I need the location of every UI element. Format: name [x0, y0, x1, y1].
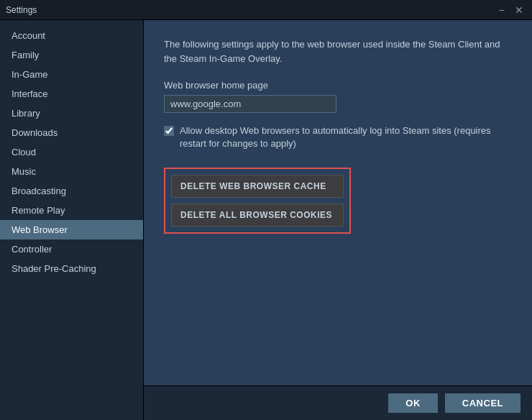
window-title: Settings [6, 5, 37, 15]
sidebar: Account Family In-Game Interface Library… [0, 20, 144, 420]
auto-login-checkbox[interactable] [164, 126, 174, 136]
sidebar-item-controller[interactable]: Controller [0, 239, 143, 259]
delete-cookies-button[interactable]: DELETE ALL BROWSER COOKIES [171, 204, 344, 227]
sidebar-item-broadcasting[interactable]: Broadcasting [0, 181, 143, 201]
close-button[interactable]: ✕ [512, 4, 526, 17]
content-area: The following settings apply to the web … [144, 20, 532, 420]
ok-button[interactable]: OK [388, 393, 438, 413]
cancel-button[interactable]: CANCEL [445, 393, 520, 413]
sidebar-item-in-game[interactable]: In-Game [0, 65, 143, 84]
title-bar-controls: − ✕ [496, 4, 526, 17]
sidebar-item-remote-play[interactable]: Remote Play [0, 201, 143, 220]
sidebar-item-interface[interactable]: Interface [0, 84, 143, 104]
sidebar-item-shader-pre-caching[interactable]: Shader Pre-Caching [0, 259, 143, 278]
sidebar-item-music[interactable]: Music [0, 162, 143, 181]
checkbox-label: Allow desktop Web browsers to automatica… [180, 124, 512, 150]
sidebar-item-account[interactable]: Account [0, 26, 143, 45]
sidebar-item-family[interactable]: Family [0, 45, 143, 65]
main-container: Account Family In-Game Interface Library… [0, 20, 532, 420]
sidebar-item-downloads[interactable]: Downloads [0, 123, 143, 142]
minimize-button[interactable]: − [496, 4, 508, 17]
bottom-bar: OK CANCEL [144, 385, 532, 420]
checkbox-row: Allow desktop Web browsers to automatica… [164, 124, 512, 150]
title-bar: Settings − ✕ [0, 0, 532, 20]
description-text: The following settings apply to the web … [164, 37, 512, 65]
home-page-input[interactable] [164, 95, 336, 113]
sidebar-item-library[interactable]: Library [0, 104, 143, 123]
delete-cache-button[interactable]: DELETE WEB BROWSER CACHE [171, 175, 344, 198]
home-page-label: Web browser home page [164, 80, 512, 91]
sidebar-item-cloud[interactable]: Cloud [0, 142, 143, 162]
sidebar-item-web-browser[interactable]: Web Browser [0, 220, 143, 239]
action-buttons-section: DELETE WEB BROWSER CACHE DELETE ALL BROW… [164, 168, 351, 234]
